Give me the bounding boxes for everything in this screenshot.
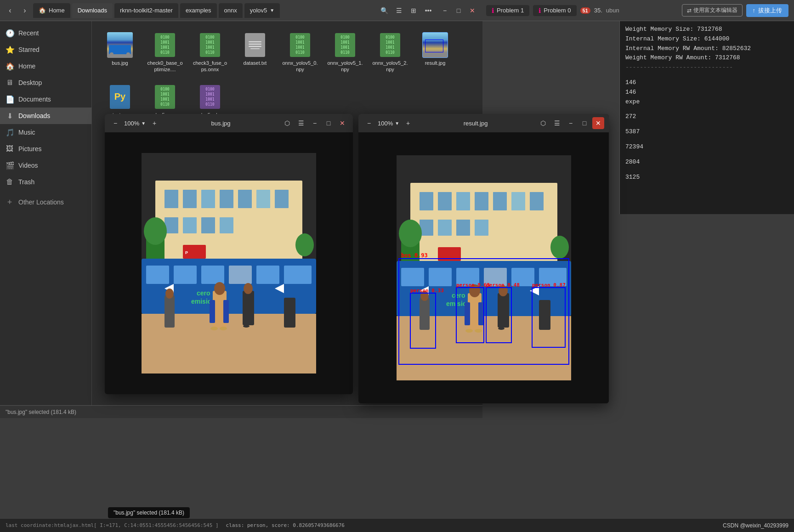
sidebar-item-home[interactable]: 🏠 Home bbox=[0, 58, 91, 74]
svg-text:bus  0.93: bus 0.93 bbox=[401, 252, 428, 259]
file-item-check0[interactable]: 0100 1001 1001 0110 check0_base_optimize… bbox=[144, 28, 186, 77]
bus-minimize-button[interactable]: − bbox=[309, 117, 321, 129]
search-button[interactable]: 🔍 bbox=[378, 4, 391, 17]
svg-rect-18 bbox=[174, 266, 197, 284]
file-item-npy1[interactable]: 0100 1001 1001 0110 onnx_yolov5_1.npy bbox=[324, 28, 366, 77]
tab-rknn[interactable]: rknn-toolkit2-master bbox=[114, 3, 178, 18]
maximize-button[interactable]: □ bbox=[452, 4, 465, 17]
svg-text:cero: cero bbox=[452, 292, 465, 299]
svg-text:person 0.87: person 0.87 bbox=[532, 282, 566, 288]
bus-zoom-in-button[interactable]: + bbox=[148, 117, 160, 129]
bus-menu-button[interactable]: ☰ bbox=[295, 117, 307, 129]
svg-rect-78 bbox=[539, 300, 550, 330]
svg-rect-47 bbox=[475, 192, 488, 210]
svg-rect-2 bbox=[164, 190, 178, 208]
more-options-button[interactable]: ••• bbox=[422, 4, 435, 17]
sidebar-item-recent[interactable]: 🕐 Recent bbox=[0, 25, 91, 41]
file-item-bus-jpg[interactable]: bus.jpg bbox=[99, 28, 141, 77]
top-right-panel: ℹ Problem 1 ℹ Problem 0 51 35. ubun ⇄ 使用… bbox=[481, 0, 794, 21]
file-item-npy2[interactable]: 0100 1001 1001 0110 onnx_yolov5_2.npy bbox=[369, 28, 411, 77]
file-icon-python: Py bbox=[107, 84, 133, 110]
sidebar-item-desktop[interactable]: 🖥 Desktop bbox=[0, 74, 91, 91]
sidebar-item-starred[interactable]: ⭐ Starred bbox=[0, 41, 91, 58]
svg-point-29 bbox=[214, 282, 225, 295]
file-icon-npy1: 0100 1001 1001 0110 bbox=[332, 32, 358, 58]
viewer-bus-title: bus.jpg bbox=[163, 120, 278, 127]
sidebar-item-videos[interactable]: 🎬 Videos bbox=[0, 157, 91, 174]
bus-image-svg: cero emisiones bbox=[142, 153, 316, 374]
bus-close-button[interactable]: ✕ bbox=[336, 117, 348, 129]
result-zoom-display: 100% ▼ bbox=[378, 120, 399, 127]
terminal-line-2: Internal Memory RW Amount: 82852632 bbox=[625, 44, 788, 54]
csdn-label: CSDN @weixin_40293999 bbox=[723, 522, 788, 529]
back-button[interactable]: ‹ bbox=[4, 4, 17, 17]
file-icon-bus bbox=[107, 32, 133, 58]
result-share-button[interactable]: ⬡ bbox=[537, 117, 549, 129]
file-item-result-jpg[interactable]: result.jpg bbox=[414, 28, 456, 77]
result-image-svg: cero emisiones bus 0.93 person 0.63 bbox=[397, 155, 571, 380]
svg-point-15 bbox=[295, 233, 314, 256]
svg-rect-36 bbox=[284, 298, 295, 328]
sidebar-item-documents[interactable]: 📄 Documents bbox=[0, 91, 91, 108]
downloads-icon: ⬇ bbox=[6, 112, 14, 120]
sidebar-item-trash[interactable]: 🗑 Trash bbox=[0, 174, 91, 190]
info-icon-1: ℹ bbox=[492, 7, 494, 14]
result-minimize-button[interactable]: − bbox=[565, 117, 577, 129]
svg-point-39 bbox=[243, 325, 250, 328]
file-icon-check3: 0100 1001 1001 0110 bbox=[197, 32, 223, 58]
terminal-line-11 bbox=[625, 107, 788, 112]
file-item-npy0[interactable]: 0100 1001 1001 0110 onnx_yolov5_0.npy bbox=[279, 28, 321, 77]
result-maximize-button[interactable]: □ bbox=[578, 117, 590, 129]
sidebar-item-other-locations[interactable]: + Other Locations bbox=[0, 194, 91, 210]
bus-zoom-out-button[interactable]: − bbox=[109, 117, 121, 129]
viewer-result-title: result.jpg bbox=[417, 120, 534, 127]
file-name: onnx_yolov5_2.npy bbox=[372, 60, 408, 73]
file-name: check3_fuse_ops.onnx bbox=[192, 60, 228, 73]
trash-icon: 🗑 bbox=[6, 178, 14, 186]
tab-onnx[interactable]: onnx bbox=[219, 3, 243, 18]
problem-tab-1[interactable]: ℹ Problem 1 bbox=[486, 5, 529, 16]
documents-icon: 📄 bbox=[6, 95, 14, 104]
result-close-button[interactable]: ✕ bbox=[592, 117, 604, 129]
bus-share-button[interactable]: ⬡ bbox=[281, 117, 293, 129]
file-item-dataset-txt[interactable]: dataset.txt bbox=[234, 28, 276, 77]
tab-home[interactable]: 🏠 Home bbox=[33, 3, 70, 18]
upload-button[interactable]: ↑ 拔接上传 bbox=[746, 4, 789, 17]
file-name: onnx_yolov5_1.npy bbox=[327, 60, 363, 73]
result-zoom-in-button[interactable]: + bbox=[402, 117, 414, 129]
result-menu-button[interactable]: ☰ bbox=[551, 117, 563, 129]
terminal-line-8: 146 bbox=[625, 78, 788, 88]
close-button[interactable]: ✕ bbox=[466, 4, 479, 17]
forward-button[interactable]: › bbox=[18, 4, 31, 17]
sidebar-item-music[interactable]: 🎵 Music bbox=[0, 124, 91, 141]
result-zoom-out-button[interactable]: − bbox=[363, 117, 375, 129]
dropdown-icon: ▼ bbox=[141, 121, 146, 126]
terminal-line-17 bbox=[625, 152, 788, 158]
result-viewer-content: cero emisiones bus 0.93 person 0.63 bbox=[358, 132, 609, 403]
sidebar-item-downloads[interactable]: ⬇ Downloads bbox=[0, 108, 91, 124]
tab-examples[interactable]: examples bbox=[180, 3, 217, 18]
list-view-button[interactable]: ☰ bbox=[392, 4, 405, 17]
grid-view-button[interactable]: ⊞ bbox=[407, 4, 420, 17]
sidebar: 🕐 Recent ⭐ Starred 🏠 Home 🖥 Desktop 📄 Do… bbox=[0, 21, 92, 405]
tab-downloads[interactable]: Downloads bbox=[72, 3, 113, 18]
sidebar-item-pictures[interactable]: 🖼 Pictures bbox=[0, 141, 91, 157]
svg-point-80 bbox=[475, 329, 482, 333]
svg-point-37 bbox=[210, 327, 218, 330]
bus-maximize-button[interactable]: □ bbox=[323, 117, 335, 129]
problem-tab-label-1: Problem 1 bbox=[497, 7, 524, 14]
file-item-check3[interactable]: 0100 1001 1001 0110 check3_fuse_ops.onnx bbox=[189, 28, 231, 77]
problem-tab-2[interactable]: ℹ Problem 0 bbox=[533, 5, 576, 16]
svg-rect-59 bbox=[401, 268, 424, 286]
svg-rect-52 bbox=[438, 220, 452, 236]
svg-point-79 bbox=[465, 329, 473, 333]
rich-editor-button[interactable]: ⇄ 使用富文本编辑器 bbox=[682, 4, 743, 17]
minimize-button[interactable]: − bbox=[438, 4, 451, 17]
svg-rect-44 bbox=[420, 192, 433, 210]
svg-rect-45 bbox=[438, 192, 452, 210]
svg-rect-10 bbox=[183, 217, 197, 233]
zoom-in-icon: + bbox=[153, 119, 156, 127]
image-viewer-bus: − 100% ▼ + bus.jpg ⬡ ☰ − □ ✕ bbox=[105, 114, 353, 394]
svg-rect-22 bbox=[284, 266, 312, 284]
tab-yolov5[interactable]: yolov5 ▼ bbox=[244, 3, 280, 18]
